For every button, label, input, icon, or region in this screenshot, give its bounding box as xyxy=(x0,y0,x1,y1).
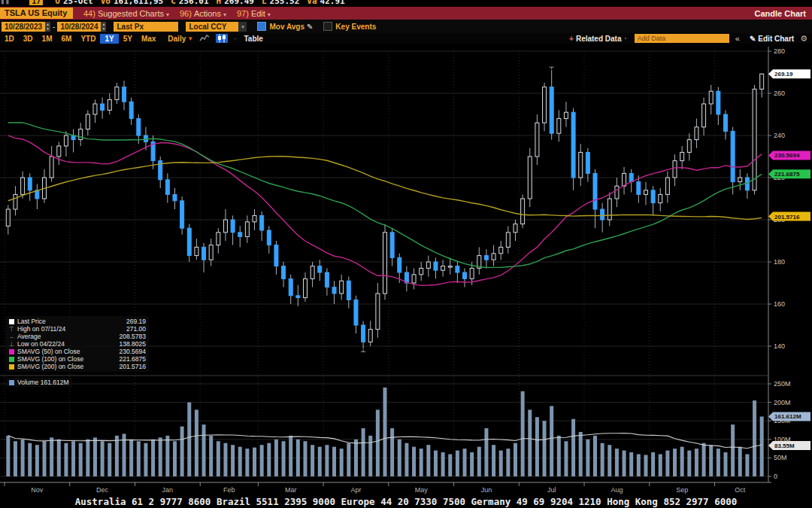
price-field-select[interactable]: Last Px xyxy=(114,22,178,32)
range-button-ytd[interactable]: YTD xyxy=(76,34,100,44)
quote-field-value: 269.49 xyxy=(224,0,254,6)
svg-text:250M: 250M xyxy=(774,380,791,388)
mov-avgs-checkbox[interactable] xyxy=(257,22,266,31)
edit-chart-button[interactable]: ✎Edit Chart xyxy=(747,35,794,43)
legend-value: 230.5694 xyxy=(120,348,146,355)
legend-chip xyxy=(9,357,14,362)
svg-text:221.6875: 221.6875 xyxy=(774,171,800,178)
svg-text:Jan: Jan xyxy=(162,486,174,494)
svg-text:200M: 200M xyxy=(774,399,791,406)
range-button-1y[interactable]: 1Y xyxy=(100,34,118,44)
key-events-checkbox[interactable] xyxy=(323,22,332,31)
svg-text:0: 0 xyxy=(774,473,777,480)
legend-label: Low on 04/22/24 xyxy=(17,340,114,348)
open-label: O xyxy=(55,0,60,6)
legend-label: SMAVG (100) on Close xyxy=(17,355,114,363)
svg-text:Jul: Jul xyxy=(547,486,556,494)
svg-text:Nov: Nov xyxy=(31,486,44,494)
chevron-down-icon: ▾ xyxy=(166,11,169,18)
chevron-down-icon: ▾ xyxy=(268,11,271,18)
alert-flag-icon: 17 xyxy=(29,0,43,5)
legend-label: SMAVG (200) on Close xyxy=(17,363,114,370)
smavg-line xyxy=(8,157,762,220)
chevron-down-icon: ▼ xyxy=(187,35,193,42)
quote-strip: ▮▮17O25-OctVo161,611,95C256.01H269.49L25… xyxy=(0,0,812,7)
svg-text:Apr: Apr xyxy=(350,486,361,494)
range-button-6m[interactable]: 6M xyxy=(57,34,77,44)
menu-suggested-charts[interactable]: 44)Suggested Charts▾ xyxy=(83,9,169,18)
range-button-3d[interactable]: 3D xyxy=(19,34,38,44)
range-button-max[interactable]: Max xyxy=(137,34,160,44)
quote-strip-left-decoration: ▮▮ xyxy=(0,0,10,6)
add-data-input[interactable] xyxy=(635,34,729,43)
candles xyxy=(6,70,763,348)
legend-value: 269.19 xyxy=(126,318,146,325)
date-from-input[interactable]: 10/28/2023 xyxy=(2,22,45,32)
date-from-spinner[interactable]: ▲▼ xyxy=(45,22,50,32)
date-to-input[interactable]: 10/28/2024 xyxy=(57,22,101,32)
svg-text:269.19: 269.19 xyxy=(774,71,793,78)
quote-date: 25-Oct xyxy=(63,0,93,6)
range-button-5y[interactable]: 5Y xyxy=(119,34,137,44)
line-chart-icon[interactable] xyxy=(199,34,210,43)
svg-text:160: 160 xyxy=(774,300,785,308)
gear-icon[interactable]: ⚙ xyxy=(800,34,807,44)
plus-icon: + xyxy=(569,35,574,43)
svg-text:201.5716: 201.5716 xyxy=(774,214,800,221)
svg-text:230.5694: 230.5694 xyxy=(774,152,800,159)
date-to-spinner[interactable]: ▲▼ xyxy=(101,22,106,32)
legend-label: Average xyxy=(17,333,114,340)
frequency-select[interactable]: Daily xyxy=(168,35,186,43)
svg-text:Oct: Oct xyxy=(735,486,746,494)
legend-row: Last Price269.19 xyxy=(9,318,146,325)
svg-text:Feb: Feb xyxy=(223,486,235,494)
range-button-1m[interactable]: 1M xyxy=(38,34,57,44)
legend-chip xyxy=(9,349,14,354)
legend-label: SMAVG (50) on Close xyxy=(17,348,114,355)
legend-marker-glyph: ⊥ xyxy=(9,341,14,348)
range-button-1d[interactable]: 1D xyxy=(0,34,19,44)
svg-text:180: 180 xyxy=(774,258,785,266)
table-button[interactable]: Table xyxy=(244,35,263,43)
volume-legend-label: Volume xyxy=(17,379,38,386)
svg-text:Mar: Mar xyxy=(285,486,297,494)
legend-marker-glyph: ⊤ xyxy=(9,326,14,333)
separator-dot: · xyxy=(234,35,236,43)
legend-row: SMAVG (200) on Close201.5716 xyxy=(9,363,146,370)
pencil-icon: ✎ xyxy=(750,35,756,43)
legend-value: 271.00 xyxy=(126,325,146,333)
field-toolbar: 10/28/2023▲▼ - 10/28/2024▲▼ Last Px Loca… xyxy=(0,20,812,33)
legend-chip xyxy=(9,319,14,324)
quote-field-key: L xyxy=(262,0,267,6)
price-legend: Last Price269.19⊤High on 07/11/24271.00–… xyxy=(6,316,149,372)
pencil-icon[interactable]: ✎ xyxy=(307,23,313,31)
volume-legend-chip xyxy=(9,380,14,385)
price-volume-chart[interactable]: NovDecJanFebMarAprMayJunJulAugSepOct2023… xyxy=(0,44,812,495)
legend-marker-glyph: – xyxy=(9,333,14,340)
legend-value: 208.5783 xyxy=(120,333,146,340)
svg-text:83.55M: 83.55M xyxy=(774,443,795,449)
quote-field-key: Vo xyxy=(101,0,111,6)
quote-field-key: C xyxy=(171,0,176,6)
security-ticker[interactable]: TSLA US Equity xyxy=(0,8,73,19)
svg-text:Dec: Dec xyxy=(96,486,109,494)
quote-field-value: 255.52 xyxy=(270,0,300,6)
volume-bars xyxy=(6,388,763,476)
svg-text:50M: 50M xyxy=(774,454,787,461)
legend-row: SMAVG (50) on Close230.5694 xyxy=(9,348,146,355)
currency-select[interactable]: Local CCY xyxy=(186,22,238,32)
contact-ticker: Australia 61 2 9777 8600 Brazil 5511 239… xyxy=(0,495,812,508)
candle-chart-icon[interactable] xyxy=(216,34,228,43)
quote-field-key: Va xyxy=(307,0,317,6)
related-data-button[interactable]: +Related Data· xyxy=(569,35,627,43)
collapse-panel-button[interactable]: « xyxy=(735,34,740,43)
menu-edit[interactable]: 97)Edit▾ xyxy=(237,9,271,18)
legend-value: 138.8025 xyxy=(120,340,146,348)
currency-dropdown-arrow[interactable]: ▾ xyxy=(238,22,247,32)
menu-actions[interactable]: 96)Actions▾ xyxy=(180,9,226,18)
volume-legend: Volume 161.612M xyxy=(6,378,72,387)
range-toolbar: 1D3D1M6MYTD1Y5YMax Daily▼ · Table +Relat… xyxy=(0,33,812,44)
svg-text:260: 260 xyxy=(774,90,785,97)
chevron-down-icon: ▾ xyxy=(223,11,226,18)
legend-row: ⊥Low on 04/22/24138.8025 xyxy=(9,340,146,348)
